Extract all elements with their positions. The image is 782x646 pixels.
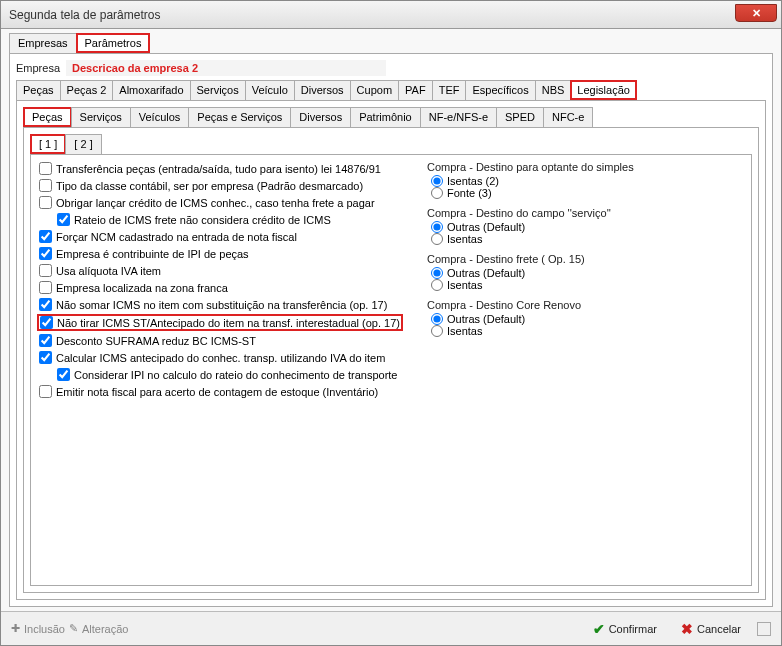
tab-diversos[interactable]: Diversos [294,80,351,100]
checkbox-c6[interactable] [39,281,52,294]
group4-title: Compra - Destino Core Renovo [427,299,634,311]
tab-empresas[interactable]: Empresas [9,33,77,53]
checkbox-c9[interactable] [39,334,52,347]
tab-legis-servicos[interactable]: Serviços [71,107,131,127]
empresa-label: Empresa [16,62,60,74]
tab-legis-pecas[interactable]: Peças [23,107,72,127]
checkbox-c5[interactable] [39,264,52,277]
tab-legis-nfe[interactable]: NF-e/NFS-e [420,107,497,127]
label-c6: Empresa localizada na zona franca [56,282,228,294]
label-g1-o2: Fonte (3) [447,187,492,199]
door-icon[interactable] [757,622,771,636]
inclusao-label: Inclusão [24,623,65,635]
confirmar-label: Confirmar [609,623,657,635]
radio-g1-fonte[interactable] [431,187,443,199]
radio-g3-isentas[interactable] [431,279,443,291]
chk-obrigar-credito: Obrigar lançar crédito de ICMS conhec., … [37,195,403,210]
app-window: Segunda tela de parâmetros ✕ Empresas Pa… [0,0,782,646]
checkbox-c4[interactable] [39,247,52,260]
chk-calcular-icms-antecipado: Calcular ICMS antecipado do conhec. tran… [37,350,403,365]
chk-emitir-nf-inventario: Emitir nota fiscal para acerto de contag… [37,384,403,399]
radio-g2-outras[interactable] [431,221,443,233]
close-button[interactable]: ✕ [735,4,777,22]
tab-almoxarifado[interactable]: Almoxarifado [112,80,190,100]
chk-aliquota-iva: Usa alíquota IVA item [37,263,403,278]
radio-g4-isentas[interactable] [431,325,443,337]
checkbox-c10a[interactable] [57,368,70,381]
label-c11: Emitir nota fiscal para acerto de contag… [56,386,378,398]
tab-cupom[interactable]: Cupom [350,80,399,100]
tab-legis-sped[interactable]: SPED [496,107,544,127]
checkbox-c2a[interactable] [57,213,70,226]
tab-page-1[interactable]: [ 1 ] [30,134,66,154]
group-optante-simples: Compra - Destino para optante do simples… [427,161,634,199]
check-icon: ✔ [593,621,605,637]
label-g4-o1: Outras (Default) [447,313,525,325]
tab-legis-diversos[interactable]: Diversos [290,107,351,127]
label-c0: Transferência peças (entrada/saída, tudo… [56,163,381,175]
tab-legis-veiculos[interactable]: Veículos [130,107,190,127]
group2-title: Compra - Destino do campo ''serviço'' [427,207,634,219]
checkbox-c11[interactable] [39,385,52,398]
group-destino-frete: Compra - Destino frete ( Op. 15) Outras … [427,253,634,291]
radio-g3-outras[interactable] [431,267,443,279]
mode-indicator: ✚ Inclusão ✎ Alteração [11,622,128,635]
main-tabstrip: Empresas Parâmetros [9,33,773,53]
legis-tabstrip: Peças Serviços Veículos Peças e Serviços… [23,107,759,127]
label-g2-o2: Isentas [447,233,482,245]
category-tabstrip: Peças Peças 2 Almoxarifado Serviços Veíc… [16,80,766,100]
checkbox-c0[interactable] [39,162,52,175]
tab-pecas[interactable]: Peças [16,80,61,100]
checkbox-c1[interactable] [39,179,52,192]
tab-legis-patrimonio[interactable]: Patrimônio [350,107,421,127]
chk-zona-franca: Empresa localizada na zona franca [37,280,403,295]
cancelar-button[interactable]: ✖ Cancelar [673,617,749,641]
chk-nao-tirar-icms-st: Não tirar ICMS ST/Antecipado do item na … [37,314,403,331]
label-g3-o1: Outras (Default) [447,267,525,279]
tab-servicos[interactable]: Serviços [190,80,246,100]
tab-pecas2[interactable]: Peças 2 [60,80,114,100]
page1-panel: Transferência peças (entrada/saída, tudo… [30,154,752,586]
tab-paf[interactable]: PAF [398,80,433,100]
chk-forcar-ncm: Forçar NCM cadastrado na entrada de nota… [37,229,403,244]
confirmar-button[interactable]: ✔ Confirmar [585,617,665,641]
tab-nbs[interactable]: NBS [535,80,572,100]
radio-g2-isentas[interactable] [431,233,443,245]
window-title: Segunda tela de parâmetros [9,8,160,22]
label-g3-o2: Isentas [447,279,482,291]
checkbox-c2[interactable] [39,196,52,209]
chk-tipo-classe: Tipo da classe contábil, ser por empresa… [37,178,403,193]
tab-especificos[interactable]: Específicos [465,80,535,100]
tab-tef[interactable]: TEF [432,80,467,100]
label-c3: Forçar NCM cadastrado na entrada de nota… [56,231,297,243]
tab-page-2[interactable]: [ 2 ] [65,134,101,154]
main-tabpanel: Empresa Descricao da empresa 2 Peças Peç… [9,53,773,607]
tab-legis-pecas-servicos[interactable]: Peças e Serviços [188,107,291,127]
columns: Transferência peças (entrada/saída, tudo… [37,161,745,399]
empresa-row: Empresa Descricao da empresa 2 [16,60,766,76]
chk-considerar-ipi: Considerar IPI no calculo do rateio do c… [55,367,403,382]
category-panel: Peças Serviços Veículos Peças e Serviços… [16,100,766,600]
radio-g4-outras[interactable] [431,313,443,325]
chk-transferencia-pecas: Transferência peças (entrada/saída, tudo… [37,161,403,176]
checkbox-c3[interactable] [39,230,52,243]
label-c8: Não tirar ICMS ST/Antecipado do item na … [57,317,400,329]
checkbox-c7[interactable] [39,298,52,311]
radio-g1-isentas[interactable] [431,175,443,187]
group3-title: Compra - Destino frete ( Op. 15) [427,253,634,265]
checkbox-c8[interactable] [40,316,53,329]
chk-nao-somar-icms: Não somar ICMS no item com substituição … [37,297,403,312]
radio-column: Compra - Destino para optante do simples… [427,161,634,399]
tab-veiculo[interactable]: Veículo [245,80,295,100]
bottom-bar: ✚ Inclusão ✎ Alteração ✔ Confirmar ✖ Can… [1,611,781,645]
chk-rateio-icms: Rateio de ICMS frete não considera crédi… [55,212,403,227]
label-c7: Não somar ICMS no item com substituição … [56,299,387,311]
tab-parametros[interactable]: Parâmetros [76,33,151,53]
checkbox-c10[interactable] [39,351,52,364]
tab-legislacao[interactable]: Legislação [570,80,637,100]
tab-legis-nfce[interactable]: NFC-e [543,107,593,127]
plus-icon: ✚ [11,622,20,635]
group1-title: Compra - Destino para optante do simples [427,161,634,173]
label-c4: Empresa é contribuinte de IPI de peças [56,248,249,260]
label-c1: Tipo da classe contábil, ser por empresa… [56,180,363,192]
